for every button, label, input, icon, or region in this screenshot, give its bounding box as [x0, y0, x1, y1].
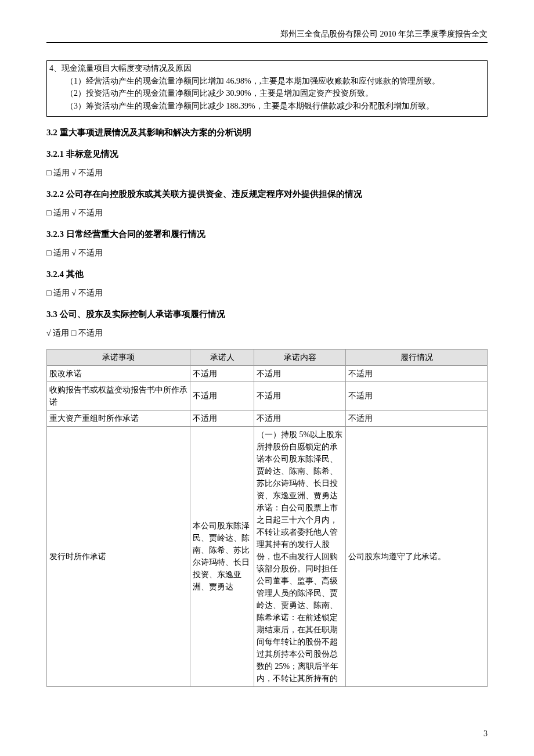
apply-3-3: √ 适用 □ 不适用: [46, 328, 488, 339]
apply-3-2-3: □ 适用 √ 不适用: [46, 248, 488, 258]
section-3-2-2: 3.2.2 公司存在向控股股东或其关联方提供资金、违反规定程序对外提供担保的情况: [46, 189, 488, 200]
th-person: 承诺人: [190, 349, 254, 365]
cashflow-box: 4、现金流量项目大幅度变动情况及原因 （1）经营活动产生的现金流量净额同比增加 …: [46, 60, 488, 117]
commitment-table: 承诺事项 承诺人 承诺内容 履行情况 股改承诺 不适用 不适用 不适用 收购报告…: [46, 349, 488, 687]
cell-person: 不适用: [190, 410, 254, 426]
cell-status: 不适用: [346, 365, 488, 381]
cell-person: 本公司股东陈泽民、贾岭达、陈南、陈希、苏比尔诗玛特、长日投资、东逸亚洲、贾勇达: [190, 426, 254, 686]
cashflow-line-2: （2）投资活动产生的现金流量净额同比减少 30.90%，主要是增加固定资产投资所…: [49, 87, 485, 100]
cell-item: 股改承诺: [47, 365, 190, 381]
table-header-row: 承诺事项 承诺人 承诺内容 履行情况: [47, 349, 488, 365]
section-3-2-1: 3.2.1 非标意见情况: [46, 149, 488, 160]
section-3-2-3: 3.2.3 日常经营重大合同的签署和履行情况: [46, 229, 488, 240]
cell-item: 重大资产重组时所作承诺: [47, 410, 190, 426]
th-content: 承诺内容: [254, 349, 346, 365]
cashflow-line-1: （1）经营活动产生的现金流量净额同比增加 46.98%，,主要是本期加强应收账款…: [49, 75, 485, 88]
apply-3-2-1: □ 适用 √ 不适用: [46, 168, 488, 178]
cell-content: 不适用: [254, 365, 346, 381]
cell-content: （一）持股 5%以上股东所持股份自愿锁定的承诺本公司股东陈泽民、贾岭达、陈南、陈…: [254, 426, 346, 686]
cell-status: 公司股东均遵守了此承诺。: [346, 426, 488, 686]
page-number: 3: [484, 729, 488, 739]
cell-content: 不适用: [254, 381, 346, 410]
cell-content: 不适用: [254, 410, 346, 426]
th-status: 履行情况: [346, 349, 488, 365]
cell-status: 不适用: [346, 410, 488, 426]
cell-person: 不适用: [190, 365, 254, 381]
cell-item: 发行时所作承诺: [47, 426, 190, 686]
cell-item: 收购报告书或权益变动报告书中所作承诺: [47, 381, 190, 410]
th-item: 承诺事项: [47, 349, 190, 365]
section-3-3: 3.3 公司、股东及实际控制人承诺事项履行情况: [46, 309, 488, 320]
table-row: 股改承诺 不适用 不适用 不适用: [47, 365, 488, 381]
section-3-2-4: 3.2.4 其他: [46, 269, 488, 280]
page: 郑州三全食品股份有限公司 2010 年第三季度季度报告全文 4、现金流量项目大幅…: [0, 0, 534, 756]
cashflow-title: 4、现金流量项目大幅度变动情况及原因: [49, 62, 485, 75]
cashflow-line-3: （3）筹资活动产生的现金流量净额同比减少 188.39%，主要是本期银行借款减少…: [49, 100, 485, 113]
cell-person: 不适用: [190, 381, 254, 410]
section-3-2: 3.2 重大事项进展情况及其影响和解决方案的分析说明: [46, 127, 488, 138]
apply-3-2-4: □ 适用 √ 不适用: [46, 288, 488, 298]
apply-3-2-2: □ 适用 √ 不适用: [46, 208, 488, 218]
table-row: 收购报告书或权益变动报告书中所作承诺 不适用 不适用 不适用: [47, 381, 488, 410]
table-row: 发行时所作承诺 本公司股东陈泽民、贾岭达、陈南、陈希、苏比尔诗玛特、长日投资、东…: [47, 426, 488, 686]
cell-status: 不适用: [346, 381, 488, 410]
page-header: 郑州三全食品股份有限公司 2010 年第三季度季度报告全文: [46, 29, 488, 43]
table-row: 重大资产重组时所作承诺 不适用 不适用 不适用: [47, 410, 488, 426]
